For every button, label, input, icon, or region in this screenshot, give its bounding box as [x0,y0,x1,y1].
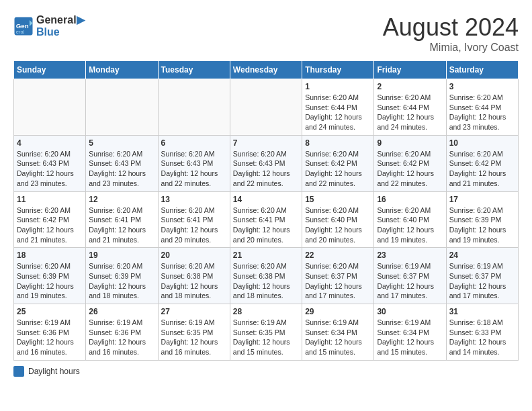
calendar-cell [14,79,86,136]
day-info: Sunrise: 6:19 AMSunset: 6:37 PMDaylight:… [449,261,515,301]
col-header-monday: Monday [86,61,158,79]
day-info: Sunrise: 6:20 AMSunset: 6:41 PMDaylight:… [161,205,227,245]
day-number: 2 [377,82,443,91]
day-info: Sunrise: 6:20 AMSunset: 6:38 PMDaylight:… [161,261,227,301]
calendar-cell: 15Sunrise: 6:20 AMSunset: 6:40 PMDayligh… [302,191,374,248]
calendar-cell: 2Sunrise: 6:20 AMSunset: 6:44 PMDaylight… [374,79,446,136]
day-info: Sunrise: 6:20 AMSunset: 6:43 PMDaylight:… [89,149,154,189]
day-info: Sunrise: 6:20 AMSunset: 6:41 PMDaylight:… [89,205,154,245]
col-header-tuesday: Tuesday [158,61,230,79]
day-info: Sunrise: 6:20 AMSunset: 6:41 PMDaylight:… [233,205,299,245]
day-info: Sunrise: 6:19 AMSunset: 6:37 PMDaylight:… [377,261,443,301]
day-number: 19 [89,250,154,260]
calendar-cell: 14Sunrise: 6:20 AMSunset: 6:41 PMDayligh… [230,191,302,248]
day-info: Sunrise: 6:20 AMSunset: 6:44 PMDaylight:… [305,93,371,132]
col-header-saturday: Saturday [446,61,518,79]
calendar-cell: 4Sunrise: 6:20 AMSunset: 6:43 PMDaylight… [14,135,86,191]
day-number: 25 [17,307,83,316]
calendar-cell: 27Sunrise: 6:19 AMSunset: 6:35 PMDayligh… [158,304,230,361]
calendar-header-row: SundayMondayTuesdayWednesdayThursdayFrid… [14,61,519,79]
calendar-cell: 29Sunrise: 6:19 AMSunset: 6:34 PMDayligh… [302,304,374,361]
calendar-cell: 23Sunrise: 6:19 AMSunset: 6:37 PMDayligh… [374,248,446,304]
legend: Daylight hours [13,366,519,377]
day-info: Sunrise: 6:19 AMSunset: 6:35 PMDaylight:… [161,318,227,357]
day-info: Sunrise: 6:19 AMSunset: 6:34 PMDaylight:… [377,318,443,357]
location-subtitle: Mimia, Ivory Coast [383,42,519,54]
calendar-cell [158,79,230,136]
col-header-friday: Friday [374,61,446,79]
day-number: 27 [161,307,227,316]
day-info: Sunrise: 6:20 AMSunset: 6:43 PMDaylight:… [161,149,227,189]
calendar-cell: 12Sunrise: 6:20 AMSunset: 6:41 PMDayligh… [86,191,158,248]
day-info: Sunrise: 6:20 AMSunset: 6:39 PMDaylight:… [449,205,515,245]
day-number: 12 [89,195,154,204]
calendar-week-1: 1Sunrise: 6:20 AMSunset: 6:44 PMDaylight… [14,79,519,136]
day-info: Sunrise: 6:20 AMSunset: 6:44 PMDaylight:… [449,93,515,132]
calendar-cell: 11Sunrise: 6:20 AMSunset: 6:42 PMDayligh… [14,191,86,248]
day-info: Sunrise: 6:20 AMSunset: 6:44 PMDaylight:… [377,93,443,132]
day-number: 7 [233,138,299,148]
day-number: 30 [377,307,443,316]
day-info: Sunrise: 6:19 AMSunset: 6:36 PMDaylight:… [89,318,154,357]
legend-color [13,366,24,377]
calendar-cell: 26Sunrise: 6:19 AMSunset: 6:36 PMDayligh… [86,304,158,361]
day-number: 29 [305,307,371,316]
day-number: 1 [305,82,371,91]
calendar-cell: 31Sunrise: 6:18 AMSunset: 6:33 PMDayligh… [446,304,518,361]
col-header-thursday: Thursday [302,61,374,79]
legend-label: Daylight hours [28,367,80,376]
calendar-cell: 17Sunrise: 6:20 AMSunset: 6:39 PMDayligh… [446,191,518,248]
calendar-cell: 20Sunrise: 6:20 AMSunset: 6:38 PMDayligh… [158,248,230,304]
day-info: Sunrise: 6:20 AMSunset: 6:39 PMDaylight:… [17,261,83,301]
day-info: Sunrise: 6:20 AMSunset: 6:42 PMDaylight:… [449,149,515,189]
calendar-cell: 21Sunrise: 6:20 AMSunset: 6:38 PMDayligh… [230,248,302,304]
day-number: 16 [377,195,443,204]
col-header-sunday: Sunday [14,61,86,79]
calendar-cell: 9Sunrise: 6:20 AMSunset: 6:42 PMDaylight… [374,135,446,191]
day-info: Sunrise: 6:20 AMSunset: 6:37 PMDaylight:… [305,261,371,301]
calendar-cell: 18Sunrise: 6:20 AMSunset: 6:39 PMDayligh… [14,248,86,304]
calendar-week-2: 4Sunrise: 6:20 AMSunset: 6:43 PMDaylight… [14,135,519,191]
day-number: 15 [305,195,371,204]
day-info: Sunrise: 6:19 AMSunset: 6:35 PMDaylight:… [233,318,299,357]
month-year-title: August 2024 [383,13,519,42]
calendar-week-5: 25Sunrise: 6:19 AMSunset: 6:36 PMDayligh… [14,304,519,361]
calendar-cell: 8Sunrise: 6:20 AMSunset: 6:42 PMDaylight… [302,135,374,191]
title-block: August 2024 Mimia, Ivory Coast [383,13,519,54]
day-info: Sunrise: 6:20 AMSunset: 6:40 PMDaylight:… [377,205,443,245]
day-number: 31 [449,307,515,316]
calendar-week-4: 18Sunrise: 6:20 AMSunset: 6:39 PMDayligh… [14,248,519,304]
day-info: Sunrise: 6:20 AMSunset: 6:42 PMDaylight:… [377,149,443,189]
day-number: 22 [305,250,371,260]
day-number: 28 [233,307,299,316]
calendar-week-3: 11Sunrise: 6:20 AMSunset: 6:42 PMDayligh… [14,191,519,248]
calendar-cell: 7Sunrise: 6:20 AMSunset: 6:43 PMDaylight… [230,135,302,191]
day-number: 24 [449,250,515,260]
day-info: Sunrise: 6:19 AMSunset: 6:34 PMDaylight:… [305,318,371,357]
day-info: Sunrise: 6:20 AMSunset: 6:42 PMDaylight:… [305,149,371,189]
day-info: Sunrise: 6:20 AMSunset: 6:38 PMDaylight:… [233,261,299,301]
day-info: Sunrise: 6:20 AMSunset: 6:43 PMDaylight:… [233,149,299,189]
logo-text: General▶ Blue [36,13,85,38]
calendar-cell: 25Sunrise: 6:19 AMSunset: 6:36 PMDayligh… [14,304,86,361]
day-number: 5 [89,138,154,148]
day-number: 4 [17,138,83,148]
logo: Gen eral General▶ Blue [13,13,85,38]
day-number: 14 [233,195,299,204]
calendar-cell: 28Sunrise: 6:19 AMSunset: 6:35 PMDayligh… [230,304,302,361]
calendar-cell [230,79,302,136]
day-info: Sunrise: 6:18 AMSunset: 6:33 PMDaylight:… [449,318,515,357]
page-header: Gen eral General▶ Blue August 2024 Mimia… [13,13,519,54]
day-number: 6 [161,138,227,148]
day-number: 23 [377,250,443,260]
day-info: Sunrise: 6:20 AMSunset: 6:40 PMDaylight:… [305,205,371,245]
calendar-cell [86,79,158,136]
calendar-cell: 24Sunrise: 6:19 AMSunset: 6:37 PMDayligh… [446,248,518,304]
day-info: Sunrise: 6:20 AMSunset: 6:43 PMDaylight:… [17,149,83,189]
calendar-cell: 3Sunrise: 6:20 AMSunset: 6:44 PMDaylight… [446,79,518,136]
calendar-cell: 22Sunrise: 6:20 AMSunset: 6:37 PMDayligh… [302,248,374,304]
day-info: Sunrise: 6:19 AMSunset: 6:36 PMDaylight:… [17,318,83,357]
col-header-wednesday: Wednesday [230,61,302,79]
calendar-cell: 1Sunrise: 6:20 AMSunset: 6:44 PMDaylight… [302,79,374,136]
day-number: 3 [449,82,515,91]
